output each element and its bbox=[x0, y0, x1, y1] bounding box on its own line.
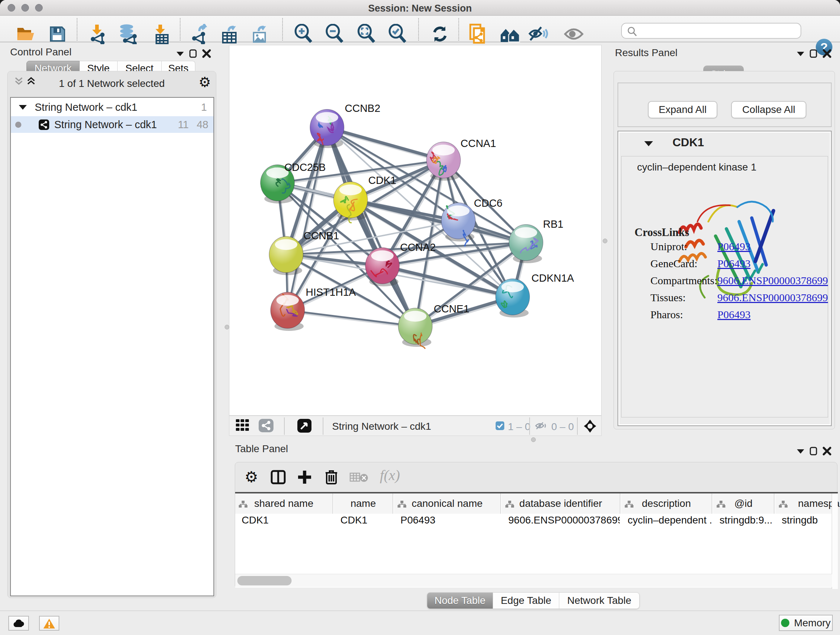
delete-table-icon bbox=[349, 472, 368, 483]
network-view-canvas[interactable]: CCNB2CCNA1CDC25BCDK1CDC6RB1CCNB1CCNA2CDK… bbox=[229, 45, 602, 416]
float-menu-icon[interactable] bbox=[797, 448, 805, 454]
float-window-icon[interactable] bbox=[189, 49, 197, 58]
float-menu-icon[interactable] bbox=[797, 51, 805, 57]
memory-button[interactable]: Memory bbox=[779, 615, 833, 631]
close-panel-icon[interactable] bbox=[202, 49, 211, 58]
bottom-splitter-handle[interactable] bbox=[531, 437, 536, 442]
network-options-gear-icon[interactable]: ⚙ bbox=[199, 74, 211, 90]
svg-text:CCNB2: CCNB2 bbox=[345, 103, 380, 114]
hide-selected-icon[interactable] bbox=[528, 25, 549, 44]
float-window-icon[interactable] bbox=[810, 49, 818, 58]
crosslink-label: Uniprot: bbox=[651, 241, 687, 253]
save-session-icon[interactable] bbox=[49, 25, 66, 44]
zoom-fit-icon[interactable] bbox=[357, 24, 376, 46]
window-title: Session: New Session bbox=[0, 3, 840, 14]
hidden-eye-icon bbox=[535, 422, 547, 431]
collapse-all-button[interactable]: Collapse All bbox=[731, 101, 806, 119]
table-horizontal-scrollbar[interactable] bbox=[235, 574, 832, 587]
split-columns-icon[interactable] bbox=[271, 470, 286, 485]
table-cell: CDK1 bbox=[340, 515, 393, 530]
table-settings-gear-icon[interactable]: ⚙ bbox=[245, 468, 258, 486]
export-network-icon[interactable] bbox=[190, 24, 210, 46]
scrollbar-thumb[interactable] bbox=[237, 576, 292, 585]
section-collapse-icon[interactable] bbox=[644, 140, 654, 147]
column-type-icon bbox=[239, 500, 248, 508]
left-splitter-handle[interactable] bbox=[225, 325, 229, 329]
float-menu-icon[interactable] bbox=[176, 51, 184, 57]
toolbar-separator bbox=[77, 18, 77, 41]
column-header[interactable]: namespace bbox=[775, 494, 836, 514]
expand-all-button[interactable]: Expand All bbox=[648, 101, 717, 119]
toolbar-separator bbox=[284, 417, 285, 435]
copy-network-icon[interactable] bbox=[468, 23, 488, 46]
crosslink-link[interactable]: 9606.ENSP00000378699 bbox=[717, 274, 828, 287]
memory-status-dot bbox=[781, 619, 789, 627]
cloud-icon bbox=[12, 619, 25, 628]
open-session-icon[interactable] bbox=[16, 25, 37, 44]
table-tab-edge-table[interactable]: Edge Table bbox=[493, 592, 559, 609]
network-row[interactable]: String Network – cdk1 11 48 bbox=[11, 116, 213, 133]
zoom-in-icon[interactable] bbox=[294, 24, 313, 46]
right-splitter-handle[interactable] bbox=[603, 239, 607, 243]
search-input[interactable] bbox=[621, 23, 801, 39]
column-header[interactable]: shared name bbox=[235, 494, 333, 514]
crosslink-link[interactable]: P06493 bbox=[717, 309, 751, 321]
svg-text:CDC6: CDC6 bbox=[474, 197, 502, 209]
network-status-dot bbox=[15, 122, 21, 128]
warnings-button[interactable] bbox=[39, 616, 59, 631]
column-type-icon bbox=[717, 500, 726, 508]
show-all-networks-icon[interactable] bbox=[499, 25, 521, 45]
grid-view-icon[interactable] bbox=[236, 419, 253, 432]
import-network-database-icon[interactable] bbox=[118, 24, 139, 46]
toolbar-separator bbox=[418, 18, 419, 41]
float-window-icon[interactable] bbox=[810, 447, 818, 455]
column-header[interactable]: description bbox=[621, 494, 712, 514]
gene-section: CDK1 cyclin–dependent kinase 1 bbox=[617, 131, 832, 426]
delete-column-icon[interactable] bbox=[325, 469, 338, 485]
main-toolbar: ? bbox=[0, 16, 840, 42]
svg-text:CDC25B: CDC25B bbox=[284, 162, 325, 173]
import-table-file-icon[interactable] bbox=[152, 24, 170, 46]
table-vertical-scrollbar[interactable] bbox=[832, 494, 838, 589]
table-tab-node-table[interactable]: Node Table bbox=[427, 592, 493, 609]
toolbar-separator bbox=[529, 417, 530, 435]
table-tab-network-table[interactable]: Network Table bbox=[559, 592, 639, 609]
collection-expand-icon[interactable] bbox=[18, 103, 27, 111]
network-edge-count: 48 bbox=[197, 119, 208, 131]
apply-function-icon: f(x) bbox=[380, 467, 400, 484]
close-panel-icon[interactable] bbox=[823, 49, 831, 58]
cloud-button[interactable] bbox=[8, 616, 29, 631]
add-column-icon[interactable] bbox=[297, 470, 312, 485]
crosslink-link[interactable]: P06493 bbox=[717, 257, 751, 270]
crosslink-label: Compartments: bbox=[651, 274, 717, 287]
export-image-icon[interactable] bbox=[250, 24, 270, 46]
show-eye-icon[interactable] bbox=[564, 26, 584, 44]
crosslink-link[interactable]: P06493 bbox=[717, 241, 751, 253]
close-panel-icon[interactable] bbox=[823, 447, 831, 455]
column-type-icon bbox=[779, 500, 788, 508]
column-header[interactable]: @id bbox=[713, 494, 775, 514]
refresh-icon[interactable] bbox=[430, 24, 450, 45]
gene-description: cyclin–dependent kinase 1 bbox=[637, 162, 756, 173]
zoom-out-icon[interactable] bbox=[325, 24, 344, 46]
column-header[interactable]: database identifier bbox=[502, 494, 621, 514]
column-header[interactable]: name bbox=[334, 494, 393, 514]
fit-content-icon[interactable] bbox=[583, 419, 597, 433]
svg-text:RB1: RB1 bbox=[543, 218, 563, 230]
import-network-file-icon[interactable] bbox=[87, 24, 107, 46]
export-table-icon[interactable] bbox=[220, 24, 240, 46]
results-panel-title: Results Panel bbox=[615, 47, 677, 59]
svg-text:CCNA2: CCNA2 bbox=[400, 241, 436, 253]
table-panel-tabs: Node TableEdge TableNetwork Table bbox=[427, 592, 639, 609]
title-bar: Session: New Session bbox=[0, 0, 840, 16]
table-cell: P06493 bbox=[401, 515, 500, 530]
svg-text:CDK1: CDK1 bbox=[368, 174, 396, 186]
selected-checkbox-icon[interactable] bbox=[496, 421, 504, 430]
column-header[interactable]: canonical name bbox=[394, 494, 501, 514]
toolbar-separator bbox=[577, 417, 578, 435]
network-collection-row[interactable]: String Network – cdk1 1 bbox=[11, 99, 213, 116]
open-in-window-icon[interactable] bbox=[297, 419, 311, 432]
table-cell: CDK1 bbox=[242, 515, 332, 530]
zoom-selected-icon[interactable] bbox=[388, 24, 407, 46]
crosslink-link[interactable]: 9606.ENSP00000378699 bbox=[717, 291, 828, 304]
